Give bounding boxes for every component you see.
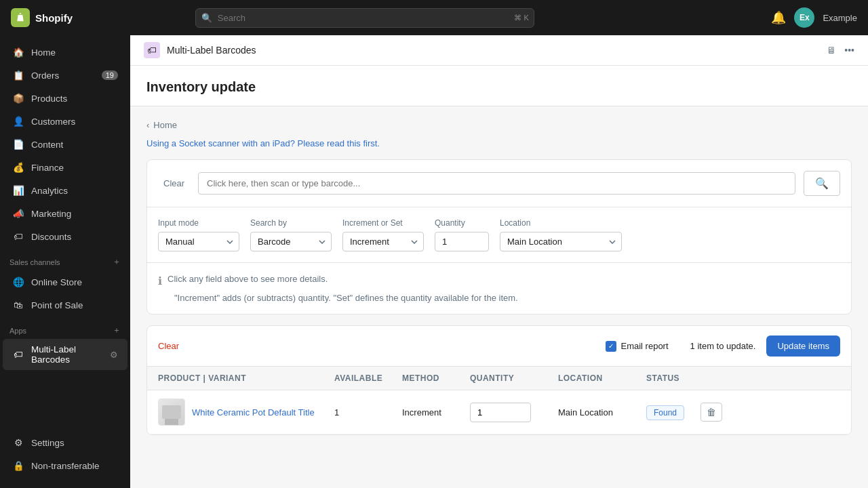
- sidebar-item-multi-label-barcodes[interactable]: 🏷 Multi-Label Barcodes ⚙: [3, 339, 127, 370]
- sidebar-item-discounts[interactable]: 🏷 Discounts: [3, 225, 127, 248]
- info-circle-icon: ℹ: [158, 274, 162, 287]
- sales-channels-expand-icon[interactable]: ＋: [113, 256, 121, 268]
- col-method: Method: [402, 373, 470, 383]
- sidebar-item-analytics[interactable]: 📊 Analytics: [3, 179, 127, 202]
- col-status: Status: [646, 373, 701, 383]
- apps-expand-icon[interactable]: ＋: [113, 325, 121, 336]
- more-options-icon[interactable]: •••: [844, 45, 854, 56]
- pos-icon: 🛍: [12, 299, 24, 311]
- delete-row-button[interactable]: 🗑: [701, 403, 722, 422]
- increment-select[interactable]: Increment: [342, 232, 424, 251]
- sidebar-item-settings[interactable]: ⚙ Settings: [3, 431, 127, 454]
- input-mode-select[interactable]: Manual: [158, 232, 239, 251]
- table-header: Product | Variant Available Method Quant…: [147, 367, 851, 390]
- notification-icon[interactable]: 🔔: [771, 10, 786, 25]
- page-title-bar: Inventory update: [130, 66, 868, 106]
- username: Example: [823, 13, 857, 23]
- sidebar-label-products: Products: [31, 94, 67, 104]
- monitor-icon[interactable]: 🖥: [827, 45, 836, 56]
- status-cell: Found: [646, 407, 701, 418]
- search-by-field: Search by Barcode: [250, 218, 332, 251]
- barcode-row: Clear 🔍: [147, 160, 851, 207]
- app-header-icons: 🖥 •••: [827, 45, 854, 56]
- barcode-search-button[interactable]: 🔍: [804, 171, 840, 196]
- fields-row: Input mode Manual Search by Barcode Incr…: [147, 207, 851, 263]
- sidebar-label-settings: Settings: [31, 438, 64, 448]
- col-location: Location: [558, 373, 646, 383]
- clear-red-button[interactable]: Clear: [158, 341, 179, 351]
- content-icon: 📄: [12, 138, 24, 150]
- row-quantity-input[interactable]: [470, 403, 531, 422]
- analytics-icon: 📊: [12, 184, 24, 197]
- update-items-button[interactable]: Update items: [766, 336, 840, 357]
- update-count: 1 item to update.: [690, 341, 756, 351]
- avatar[interactable]: Ex: [794, 7, 814, 28]
- product-thumb-image: [159, 399, 184, 426]
- table-row: White Ceramic Pot Default Title 1 Increm…: [147, 390, 851, 434]
- search-input[interactable]: [195, 8, 534, 28]
- search-shortcut: ⌘ K: [514, 14, 528, 22]
- sidebar-item-home[interactable]: 🏠 Home: [3, 41, 127, 64]
- increment-field: Increment or Set Increment: [342, 218, 424, 251]
- sidebar-label-multi-label: Multi-Label Barcodes: [31, 344, 103, 365]
- clear-button-top[interactable]: Clear: [158, 174, 190, 192]
- apps-section: Apps ＋: [0, 317, 130, 339]
- settings-icon: ⚙: [12, 436, 24, 449]
- sidebar-item-point-of-sale[interactable]: 🛍 Point of Sale: [3, 293, 127, 317]
- sidebar-item-products[interactable]: 📦 Products: [3, 87, 127, 110]
- sidebar-label-customers: Customers: [31, 117, 75, 127]
- sidebar-item-finance[interactable]: 💰 Finance: [3, 156, 127, 179]
- sidebar-item-marketing[interactable]: 📣 Marketing: [3, 202, 127, 225]
- search-by-select[interactable]: Barcode: [250, 232, 332, 251]
- email-report-label: Email report: [620, 341, 668, 351]
- home-icon: 🏠: [12, 46, 24, 58]
- topbar-right: 🔔 Ex Example: [771, 7, 857, 28]
- info-row-2: "Increment" adds (or subtracts) quantity…: [158, 293, 840, 303]
- product-name-link[interactable]: White Ceramic Pot Default Title: [192, 407, 315, 418]
- email-report-checkbox[interactable]: [606, 341, 616, 352]
- app-settings-icon[interactable]: ⚙: [110, 350, 118, 360]
- finance-icon: 💰: [12, 161, 24, 174]
- sidebar-item-non-transferable[interactable]: 🔒 Non-transferable: [3, 454, 127, 477]
- sidebar-label-content: Content: [31, 140, 63, 150]
- sidebar-item-content[interactable]: 📄 Content: [3, 133, 127, 156]
- col-product: Product | Variant: [158, 373, 334, 383]
- input-mode-field: Input mode Manual: [158, 218, 239, 251]
- action-card: Clear Email report 1 item to update. Upd…: [146, 325, 852, 435]
- marketing-icon: 📣: [12, 207, 24, 220]
- content-area: ‹ Home Using a Socket scanner with an iP…: [130, 106, 868, 460]
- info-link[interactable]: Using a Socket scanner with an iPad? Ple…: [146, 138, 852, 148]
- sidebar-label-orders: Orders: [31, 70, 59, 81]
- sidebar-item-orders[interactable]: 📋 Orders 19: [3, 64, 127, 87]
- sidebar-label-analytics: Analytics: [31, 186, 68, 196]
- breadcrumb[interactable]: ‹ Home: [146, 120, 852, 130]
- app-icon: 🏷: [12, 348, 24, 361]
- location-cell: Main Location: [558, 407, 646, 418]
- quantity-input[interactable]: [435, 232, 489, 251]
- main-content: 🏷 Multi-Label Barcodes 🖥 ••• Inventory u…: [130, 35, 868, 488]
- location-field: Location Main Location: [500, 218, 622, 251]
- shopify-logo: Shopify: [11, 8, 73, 27]
- online-store-icon: 🌐: [12, 276, 24, 288]
- sidebar-item-online-store[interactable]: 🌐 Online Store: [3, 270, 127, 293]
- sidebar-item-customers[interactable]: 👤 Customers: [3, 110, 127, 133]
- search-bar: 🔍 ⌘ K: [195, 8, 534, 28]
- input-mode-label: Input mode: [158, 218, 239, 228]
- orders-icon: 📋: [12, 69, 24, 81]
- location-select[interactable]: Main Location: [500, 232, 622, 251]
- location-label: Location: [500, 218, 622, 228]
- non-transferable-icon: 🔒: [12, 460, 24, 472]
- quantity-field: Quantity: [435, 218, 489, 251]
- chevron-left-icon: ‹: [146, 120, 149, 130]
- email-report-check: Email report: [606, 341, 668, 352]
- app-title: Multi-Label Barcodes: [167, 45, 256, 56]
- status-badge: Found: [646, 405, 684, 420]
- info-text-2: "Increment" adds (or subtracts) quantity…: [174, 293, 518, 303]
- sidebar-label-finance: Finance: [31, 163, 64, 173]
- col-available: Available: [334, 373, 402, 383]
- sidebar-label-home: Home: [31, 47, 56, 58]
- app-header-left: 🏷 Multi-Label Barcodes: [144, 42, 256, 58]
- barcode-input[interactable]: [198, 172, 795, 195]
- delete-cell: 🗑: [701, 403, 734, 422]
- customers-icon: 👤: [12, 115, 24, 127]
